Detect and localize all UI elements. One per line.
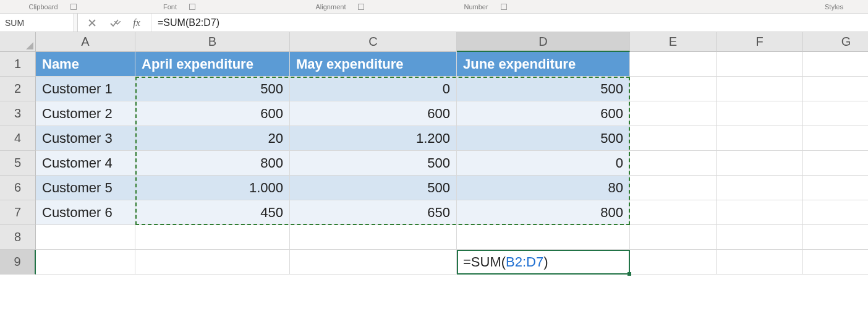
- cell-F7[interactable]: [717, 200, 803, 225]
- cell-G3[interactable]: [803, 101, 868, 126]
- column-header-A[interactable]: A: [36, 32, 135, 52]
- cancel-icon[interactable]: [87, 17, 98, 28]
- dialog-launcher-icon[interactable]: [501, 4, 507, 10]
- table-row: Customer 6 450 650 800: [36, 200, 868, 225]
- dialog-launcher-icon[interactable]: [358, 4, 364, 10]
- dialog-launcher-icon[interactable]: [189, 4, 195, 10]
- row-header-3[interactable]: 3: [0, 101, 36, 126]
- cell-B7[interactable]: 450: [135, 200, 290, 225]
- cell-B8[interactable]: [135, 225, 290, 250]
- ribbon-group-label: Clipboard: [28, 3, 57, 11]
- cell-B1[interactable]: April expenditure: [135, 52, 290, 77]
- cell-A4[interactable]: Customer 3: [36, 126, 135, 151]
- cell-C7[interactable]: 650: [290, 200, 457, 225]
- row-header-1[interactable]: 1: [0, 52, 36, 77]
- cell-D1[interactable]: June expenditure: [457, 52, 630, 77]
- cell-G7[interactable]: [803, 200, 868, 225]
- cell-F2[interactable]: [717, 77, 803, 101]
- cell-A9[interactable]: [36, 250, 135, 275]
- cell-C6[interactable]: 500: [290, 176, 457, 200]
- ribbon-group-clipboard[interactable]: Clipboard: [0, 3, 105, 11]
- cell-B3[interactable]: 600: [135, 101, 290, 126]
- column-header-B[interactable]: B: [135, 32, 290, 52]
- cell-D8[interactable]: [457, 225, 630, 250]
- row-header-5[interactable]: 5: [0, 151, 36, 176]
- column-header-F[interactable]: F: [717, 32, 803, 52]
- cell-E9[interactable]: [630, 250, 717, 275]
- cell-C4[interactable]: 1.200: [290, 126, 457, 151]
- cell-E6[interactable]: [630, 176, 717, 200]
- cell-E4[interactable]: [630, 126, 717, 151]
- fx-icon[interactable]: fx: [131, 17, 142, 28]
- cell-E5[interactable]: [630, 151, 717, 176]
- cell-E3[interactable]: [630, 101, 717, 126]
- ribbon-group-label: Alignment: [316, 3, 346, 11]
- cell-E8[interactable]: [630, 225, 717, 250]
- select-all-corner[interactable]: [0, 32, 36, 52]
- ribbon-group-label: Styles: [825, 3, 843, 11]
- cell-F3[interactable]: [717, 101, 803, 126]
- cell-B5[interactable]: 800: [135, 151, 290, 176]
- table-row: Customer 1 500 0 500: [36, 77, 868, 101]
- cell-F5[interactable]: [717, 151, 803, 176]
- cell-A6[interactable]: Customer 5: [36, 176, 135, 200]
- cell-B9[interactable]: [135, 250, 290, 275]
- dialog-launcher-icon[interactable]: [70, 4, 77, 10]
- cell-B2[interactable]: 500: [135, 77, 290, 101]
- cell-G5[interactable]: [803, 151, 868, 176]
- cell-C8[interactable]: [290, 225, 457, 250]
- cell-A8[interactable]: [36, 225, 135, 250]
- ribbon-group-styles[interactable]: Styles: [544, 3, 868, 11]
- enter-icon[interactable]: [109, 17, 120, 28]
- column-header-G[interactable]: G: [803, 32, 868, 52]
- ribbon-group-alignment[interactable]: Alignment: [253, 3, 427, 11]
- row-header-4[interactable]: 4: [0, 126, 36, 151]
- cell-G1[interactable]: [803, 52, 868, 77]
- cell-B6[interactable]: 1.000: [135, 176, 290, 200]
- cell-F6[interactable]: [717, 176, 803, 200]
- cell-E7[interactable]: [630, 200, 717, 225]
- cell-A5[interactable]: Customer 4: [36, 151, 135, 176]
- row-header-7[interactable]: 7: [0, 200, 36, 225]
- cell-D5[interactable]: 0: [457, 151, 630, 176]
- cell-C2[interactable]: 0: [290, 77, 457, 101]
- column-header-D[interactable]: D: [457, 32, 630, 52]
- column-header-C[interactable]: C: [290, 32, 457, 52]
- cell-E2[interactable]: [630, 77, 717, 101]
- cell-D6[interactable]: 80: [457, 176, 630, 200]
- column-header-E[interactable]: E: [630, 32, 717, 52]
- cell-A7[interactable]: Customer 6: [36, 200, 135, 225]
- cell-A2[interactable]: Customer 1: [36, 77, 135, 101]
- cell-D4[interactable]: 500: [457, 126, 630, 151]
- cell-C3[interactable]: 600: [290, 101, 457, 126]
- name-box[interactable]: [0, 14, 74, 32]
- cell-A3[interactable]: Customer 2: [36, 101, 135, 126]
- cell-C5[interactable]: 500: [290, 151, 457, 176]
- cell-G8[interactable]: [803, 225, 868, 250]
- row-header-9[interactable]: 9: [0, 250, 36, 275]
- cell-D7[interactable]: 800: [457, 200, 630, 225]
- formula-bar-buttons: fx: [78, 14, 151, 32]
- formula-reference: B2:D7: [506, 254, 543, 270]
- cell-D2[interactable]: 500: [457, 77, 630, 101]
- cell-C1[interactable]: May expenditure: [290, 52, 457, 77]
- cell-B4[interactable]: 20: [135, 126, 290, 151]
- cell-F8[interactable]: [717, 225, 803, 250]
- row-header-8[interactable]: 8: [0, 225, 36, 250]
- cell-G6[interactable]: [803, 176, 868, 200]
- row-header-2[interactable]: 2: [0, 77, 36, 101]
- ribbon-group-number[interactable]: Number: [427, 3, 544, 11]
- cell-F4[interactable]: [717, 126, 803, 151]
- cell-C9[interactable]: [290, 250, 457, 275]
- cell-G9[interactable]: [803, 250, 868, 275]
- row-header-6[interactable]: 6: [0, 176, 36, 200]
- cell-G2[interactable]: [803, 77, 868, 101]
- cell-F9[interactable]: [717, 250, 803, 275]
- cell-A1[interactable]: Name: [36, 52, 135, 77]
- cell-D3[interactable]: 600: [457, 101, 630, 126]
- cell-G4[interactable]: [803, 126, 868, 151]
- ribbon-group-font[interactable]: Font: [105, 3, 253, 11]
- formula-input[interactable]: [151, 14, 868, 32]
- cell-E1[interactable]: [630, 52, 717, 77]
- cell-F1[interactable]: [717, 52, 803, 77]
